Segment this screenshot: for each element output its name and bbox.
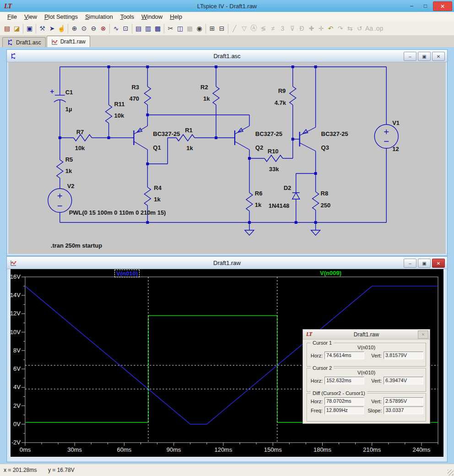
save-button[interactable]: ▣ <box>25 23 34 34</box>
component-q2-transistor[interactable] <box>235 126 249 158</box>
component-d2-diode[interactable] <box>292 173 316 222</box>
autorange-y-button[interactable]: ∿ <box>111 23 121 34</box>
cut-button[interactable]: ✂ <box>166 23 175 34</box>
component-r3-resistor[interactable] <box>144 67 151 115</box>
value-r10[interactable]: 33k <box>269 166 279 173</box>
component-c1-capacitor[interactable] <box>50 67 66 138</box>
component-q3-transistor[interactable] <box>300 67 316 173</box>
label-r4[interactable]: R4 <box>154 184 162 191</box>
component-v1-source[interactable] <box>374 67 398 222</box>
menu-plot-settings[interactable]: Plot Settings <box>41 12 81 21</box>
cursor-dialog-title-bar[interactable]: LT Draft1.raw ✕ <box>303 330 430 340</box>
label-r7[interactable]: R7 <box>76 129 84 135</box>
schematic-close-button[interactable]: ✕ <box>432 52 445 61</box>
model-q2[interactable]: BC327-25 <box>255 130 282 137</box>
main-title-bar[interactable]: LT LTspice IV - Draft1.raw – □ ✕ <box>0 0 454 12</box>
tile-vertical-button[interactable]: ▥ <box>143 23 153 34</box>
paste-button[interactable]: ▦ <box>185 23 195 34</box>
label-q2[interactable]: Q2 <box>255 144 263 151</box>
schematic-restore-button[interactable]: ▣ <box>418 52 431 61</box>
mirror-tool[interactable]: ⇆ <box>345 23 355 34</box>
trace-legend-vn010[interactable]: V(n010) <box>114 270 140 277</box>
label-r6[interactable]: R6 <box>255 190 263 197</box>
ground-symbol[interactable] <box>245 222 254 235</box>
waveform-restore-button[interactable]: ▣ <box>418 259 431 268</box>
component-v2-source[interactable] <box>48 189 72 222</box>
value-r3[interactable]: 470 <box>129 95 139 102</box>
label-q1[interactable]: Q1 <box>153 144 161 151</box>
drag-tool[interactable]: ✛ <box>316 23 326 34</box>
label-v1[interactable]: V1 <box>392 119 400 126</box>
schematic-minimize-button[interactable]: – <box>404 52 416 61</box>
component-tool[interactable]: Ð <box>297 23 307 34</box>
label-r8[interactable]: R8 <box>321 190 329 197</box>
label-r2[interactable]: R2 <box>200 84 208 91</box>
run-button[interactable]: ➤ <box>47 23 57 34</box>
value-r5[interactable]: 1k <box>65 168 72 174</box>
cursor-readout-dialog[interactable]: LT Draft1.raw ✕ Cursor 1 V(n010) Horz: 7… <box>303 329 430 424</box>
menu-window[interactable]: Window <box>138 12 166 21</box>
zoom-back-button[interactable]: ⊙ <box>79 23 89 34</box>
ground-symbol[interactable] <box>311 222 320 235</box>
waveform-canvas[interactable]: 0ms30ms60ms90ms120ms150ms180ms210ms240ms… <box>11 269 443 457</box>
label-r3[interactable]: R3 <box>131 84 139 91</box>
spice-directive-tool[interactable]: .op <box>374 23 384 34</box>
menu-help[interactable]: Help <box>166 12 186 21</box>
capacitor-tool[interactable]: ≠ <box>268 23 278 34</box>
plot-settings-button[interactable]: ⊡ <box>121 23 130 34</box>
wire-tool[interactable]: ╱ <box>230 23 239 34</box>
new-schematic-button[interactable]: ▤ <box>2 23 12 34</box>
value-v1[interactable]: 12 <box>392 146 399 152</box>
cursor2-horz-field[interactable]: 152.632ms <box>324 377 364 384</box>
label-r10[interactable]: R10 <box>268 148 279 155</box>
component-r6-resistor[interactable] <box>246 158 253 222</box>
trace-legend-vn009[interactable]: V(n009) <box>320 270 341 276</box>
label-d2[interactable]: D2 <box>284 184 292 191</box>
label-r11[interactable]: R11 <box>114 101 125 108</box>
value-d2[interactable]: 1N4148 <box>269 202 289 209</box>
control-panel-button[interactable]: ⚒ <box>38 23 47 34</box>
value-c1[interactable]: 1µ <box>65 106 72 113</box>
value-r8[interactable]: 250 <box>321 202 331 209</box>
cursor2-vert-field[interactable]: 6.39474V <box>384 377 423 384</box>
waveform-close-button[interactable]: ✕ <box>432 259 445 268</box>
value-v2[interactable]: PWL(0 15 100m 0 110m 0 210m 15) <box>69 209 166 216</box>
value-r4[interactable]: 1k <box>154 196 161 203</box>
diff-vert-field[interactable]: 2.57895V <box>384 397 423 405</box>
net-label-tool[interactable]: Ⓐ <box>249 23 259 34</box>
cursor-dialog-close-button[interactable]: ✕ <box>418 330 428 339</box>
maximize-button[interactable]: □ <box>419 1 432 10</box>
label-r5[interactable]: R5 <box>65 156 73 163</box>
find-button[interactable]: ◉ <box>195 23 204 34</box>
move-tool[interactable]: ✚ <box>307 23 316 34</box>
rotate-tool[interactable]: ↺ <box>355 23 364 34</box>
value-r2[interactable]: 1k <box>203 95 210 102</box>
value-r9[interactable]: 4.7k <box>275 99 286 106</box>
diode-tool[interactable]: ⊽ <box>287 23 297 34</box>
text-tool[interactable]: Aa <box>364 23 374 34</box>
model-q1[interactable]: BC327-25 <box>153 130 180 137</box>
inductor-tool[interactable]: 3 <box>278 23 287 34</box>
print-preview-button[interactable]: ⊞ <box>207 23 217 34</box>
tab-draft1-asc[interactable]: Draft1.asc <box>2 37 46 47</box>
diff-horz-field[interactable]: 78.0702ms <box>324 397 364 405</box>
label-v2[interactable]: V2 <box>67 183 75 189</box>
label-c1[interactable]: C1 <box>65 89 73 96</box>
label-r1[interactable]: R1 <box>185 127 193 134</box>
menu-simulation[interactable]: Simulation <box>81 12 117 21</box>
menu-tools[interactable]: Tools <box>117 12 138 21</box>
spice-directive-text[interactable]: .tran 250m startup <box>51 242 102 249</box>
resize-grip[interactable] <box>448 470 454 476</box>
tile-horizontal-button[interactable]: ▤ <box>134 23 143 34</box>
tab-draft1-raw[interactable]: Draft1.raw <box>47 36 90 47</box>
copy-button[interactable]: ◫ <box>175 23 185 34</box>
minimize-button[interactable]: – <box>405 1 418 10</box>
schematic-drawing[interactable]: C1 1µ R11 10k R3 470 R2 1k R9 4.7k V1 12… <box>8 62 446 254</box>
schematic-canvas[interactable]: C1 1µ R11 10k R3 470 R2 1k R9 4.7k V1 12… <box>8 62 446 254</box>
component-q1-transistor[interactable] <box>109 115 148 164</box>
zoom-full-extents-button[interactable]: ⊗ <box>98 23 108 34</box>
label-q3[interactable]: Q3 <box>321 144 329 151</box>
redo-button[interactable]: ↷ <box>335 23 345 34</box>
menu-file[interactable]: File <box>4 12 21 21</box>
halt-button[interactable]: ☝ <box>57 23 66 34</box>
